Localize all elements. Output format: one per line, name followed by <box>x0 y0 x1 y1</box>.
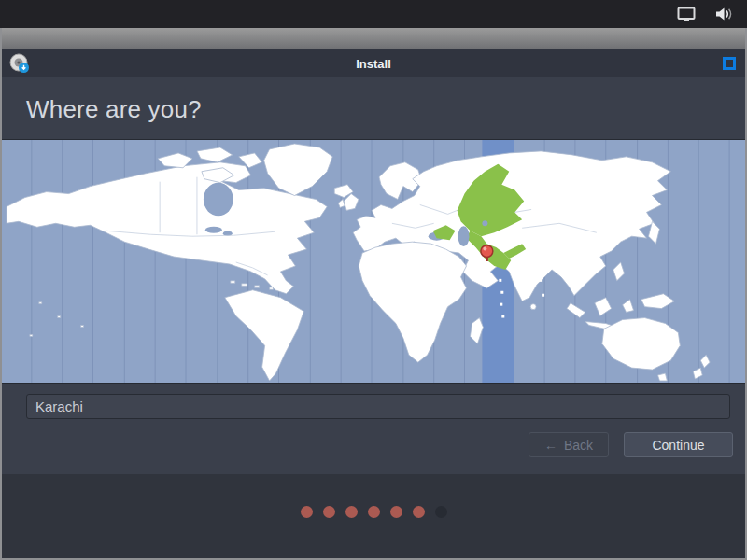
continue-button[interactable]: Continue <box>624 432 733 457</box>
progress-dot <box>301 506 313 518</box>
progress-dot <box>413 506 425 518</box>
volume-icon[interactable] <box>713 6 734 22</box>
page-title: Where are you? <box>2 77 745 139</box>
installer-disc-icon <box>9 53 30 74</box>
progress-dots <box>301 506 447 518</box>
back-arrow-icon: ← <box>544 438 557 453</box>
nav-buttons-row: ← Back Continue <box>2 432 745 457</box>
back-button[interactable]: ← Back <box>529 432 609 457</box>
window-titlebar-grip[interactable] <box>2 28 745 49</box>
progress-dot <box>368 506 380 518</box>
desktop-panel <box>0 0 747 28</box>
continue-button-label: Continue <box>652 438 704 453</box>
timezone-city-input[interactable] <box>26 394 730 419</box>
maximize-icon[interactable] <box>723 57 736 70</box>
display-icon[interactable] <box>676 6 697 22</box>
back-button-label: Back <box>564 438 593 453</box>
window-title: Install <box>356 57 391 71</box>
window-footer <box>2 474 745 558</box>
location-input-row <box>2 384 745 419</box>
progress-dot <box>390 506 402 518</box>
timezone-map[interactable] <box>2 139 745 384</box>
installer-window: Install Where are you? <box>0 28 747 560</box>
install-step-content: Where are you? <box>2 77 745 474</box>
progress-dot <box>345 506 358 518</box>
window-titlebar: Install <box>2 49 745 77</box>
progress-dot <box>435 506 447 518</box>
progress-dot <box>323 506 335 518</box>
